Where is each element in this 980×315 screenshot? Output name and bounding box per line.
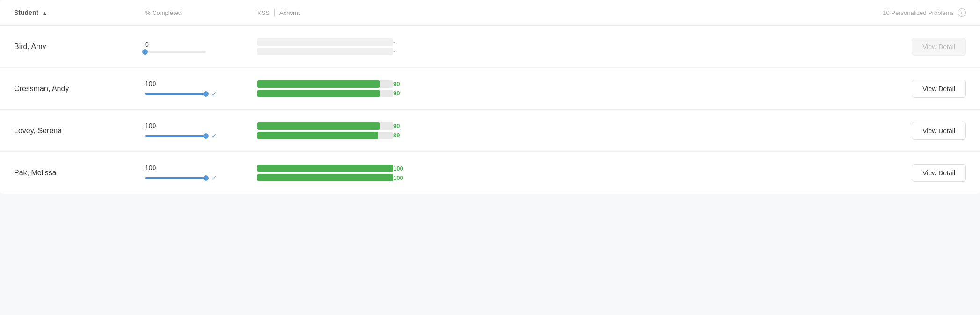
progress-value: 0 [145,41,248,48]
progress-value: 100 [145,80,248,87]
achv-bar-fill [257,132,378,139]
student-name: Bird, Amy [14,43,145,51]
kss-score-row: 90 [257,80,407,88]
student-label: Student [14,9,38,16]
kss-achvmt-cell: - - [248,38,407,55]
student-column-header[interactable]: Student ▲ [14,9,145,16]
progress-dot [203,91,209,97]
achv-score-row: 100 [257,174,407,181]
achvmt-label: Achvmt [279,9,300,16]
student-table: Student ▲ % Completed KSS Achvmt 10 Pers… [0,0,980,194]
progress-dot [142,49,148,55]
kss-bar-bg [257,122,393,130]
completed-column-header[interactable]: % Completed [145,9,248,16]
action-cell: View Detail [872,38,966,56]
table-header: Student ▲ % Completed KSS Achvmt 10 Pers… [0,0,980,26]
achv-score: 100 [393,174,407,181]
view-detail-button: View Detail [912,38,966,56]
student-name: Cressman, Andy [14,85,145,93]
table-row: Pak, Melissa 100 ✓ 100 100 [0,152,980,194]
kss-achvmt-cell: 90 89 [248,122,407,139]
kss-achvmt-column-header: KSS Achvmt [248,9,407,16]
progress-value: 100 [145,122,248,129]
kss-score-row: - [257,38,407,46]
info-icon[interactable]: i [958,8,966,17]
progress-track [145,51,248,53]
progress-bar-fill [145,93,206,95]
progress-bar-fill [145,177,206,179]
kss-achvmt-cell: 90 90 [248,80,407,97]
kss-achvmt-cell: 100 100 [248,165,407,181]
achv-bar-bg [257,132,393,139]
action-cell: View Detail [872,122,966,140]
view-detail-button[interactable]: View Detail [912,80,966,98]
kss-score-row: 100 [257,165,407,172]
kss-score: 90 [393,80,403,87]
progress-dot [203,133,209,139]
action-cell: View Detail [872,164,966,182]
achv-bar-bg [257,174,393,181]
table-row: Cressman, Andy 100 ✓ 90 90 [0,68,980,110]
progress-cell: 100 ✓ [145,80,248,98]
check-icon: ✓ [212,90,217,98]
completed-label: % Completed [145,9,182,16]
progress-bar-bg [145,51,206,53]
kss-bar-fill [257,165,393,172]
kss-score: - [393,38,399,45]
kss-bar-fill [257,80,380,88]
personalized-column-header: 10 Personalized Problems i [872,8,966,17]
progress-bar-bg [145,93,206,95]
progress-cell: 0 [145,41,248,53]
achv-bar-fill [257,174,393,181]
kss-label: KSS [257,9,270,16]
view-detail-button[interactable]: View Detail [912,122,966,140]
achv-score: 90 [393,90,403,97]
achv-score-row: 90 [257,90,407,97]
student-name: Pak, Melissa [14,169,145,177]
sort-arrow-icon: ▲ [42,10,47,16]
table-body: Bird, Amy 0 - - View DetailCressman, And… [0,26,980,194]
achv-bar-empty [257,48,393,55]
kss-bar-bg [257,80,393,88]
progress-cell: 100 ✓ [145,122,248,140]
achv-score-row: - [257,48,407,55]
personalized-label: 10 Personalized Problems [883,9,954,16]
progress-dot [203,175,209,181]
student-name: Lovey, Serena [14,127,145,135]
progress-bar-bg [145,135,206,137]
check-icon: ✓ [212,174,217,182]
achv-score-row: 89 [257,132,407,139]
progress-value: 100 [145,164,248,172]
kss-score-row: 90 [257,122,407,130]
kss-bar-bg [257,165,393,172]
achv-bar-bg [257,90,393,97]
view-detail-button[interactable]: View Detail [912,164,966,182]
progress-bar-bg [145,177,206,179]
kss-score: 90 [393,122,403,129]
progress-track: ✓ [145,90,248,98]
progress-track: ✓ [145,132,248,140]
column-divider [274,9,275,16]
kss-bar-empty [257,38,393,46]
kss-bar-fill [257,122,380,130]
kss-score: 100 [393,165,407,172]
progress-cell: 100 ✓ [145,164,248,182]
achv-score: 89 [393,132,403,139]
achv-score: - [393,48,399,55]
action-cell: View Detail [872,80,966,98]
table-row: Lovey, Serena 100 ✓ 90 89 [0,110,980,152]
table-row: Bird, Amy 0 - - View Detail [0,26,980,68]
check-icon: ✓ [212,132,217,140]
progress-track: ✓ [145,174,248,182]
progress-bar-fill [145,135,206,137]
achv-bar-fill [257,90,380,97]
